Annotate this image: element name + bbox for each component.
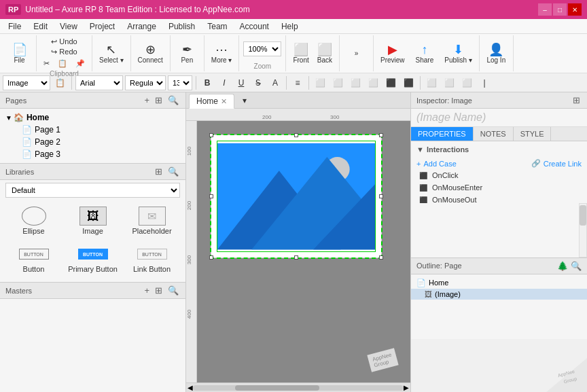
file-button[interactable]: 📄 File <box>10 42 30 65</box>
lib-item-placeholder[interactable]: ✉ Placeholder <box>124 203 180 238</box>
list-button[interactable]: ≡ <box>290 75 305 90</box>
pages-search-button[interactable]: 🔍 <box>166 95 180 105</box>
outline-item-home[interactable]: 📄 Home <box>411 277 587 289</box>
zoom-select[interactable]: 100% 50% 200% <box>243 41 281 56</box>
lib-item-ellipse[interactable]: Ellipse <box>5 203 62 238</box>
align-center-button[interactable]: ⬜ <box>330 75 346 90</box>
event-onmouseout[interactable]: ⬛ OnMouseOut <box>416 194 582 203</box>
libraries-menu-button[interactable]: ⊞ <box>154 166 164 177</box>
pages-add-button[interactable]: + <box>143 95 151 105</box>
menu-arrange[interactable]: Arrange <box>122 20 162 33</box>
connect-icon: ⊕ <box>145 43 156 56</box>
tab-close-icon[interactable]: ✕ <box>221 97 227 106</box>
inspector-scrollbar[interactable] <box>579 203 587 257</box>
cut-button[interactable]: ✂ <box>41 58 52 69</box>
menu-publish[interactable]: Publish <box>163 20 200 33</box>
masters-menu-button[interactable]: ⊞ <box>154 285 164 296</box>
image-name-placeholder[interactable]: (Image Name) <box>411 109 587 127</box>
font-family-select[interactable]: Arial <box>75 75 123 90</box>
outline-image-icon: 🖼 <box>425 290 432 298</box>
minimize-button[interactable]: – <box>538 3 552 16</box>
menu-edit[interactable]: Edit <box>28 20 53 33</box>
tab-home[interactable]: Home ✕ <box>189 94 234 109</box>
hscroll-left[interactable]: ◀ <box>188 384 193 391</box>
preview-button[interactable]: ▶ Preview <box>378 42 408 65</box>
tab-scroll-button[interactable]: ▾ <box>237 93 252 108</box>
tab-style[interactable]: STYLE <box>514 127 552 141</box>
masters-add-button[interactable]: + <box>143 285 151 296</box>
outline-item-image[interactable]: 🖼 (Image) <box>411 289 587 300</box>
align-left-button[interactable]: ⬜ <box>313 75 328 90</box>
ribbon-group-publish: ▶ Preview ↑ Share ⬇ Publish ▾ <box>374 35 480 71</box>
maximize-button[interactable]: □ <box>553 3 567 16</box>
close-button[interactable]: ✕ <box>568 3 582 16</box>
more2-button[interactable]: » <box>352 48 361 58</box>
hscroll-right[interactable]: ▶ <box>404 384 409 391</box>
lib-item-image[interactable]: Image <box>65 203 121 238</box>
masters-title: Masters <box>5 287 32 295</box>
add-case-link[interactable]: Add Case <box>423 160 456 168</box>
menu-view[interactable]: View <box>54 20 83 33</box>
type-dropdown[interactable]: Image <box>3 75 50 90</box>
page-3[interactable]: 📄 Page 3 <box>0 148 185 160</box>
canvas-hscroll[interactable]: ◀ ▶ <box>186 382 410 392</box>
libraries-dropdown[interactable]: Default <box>5 183 180 198</box>
paste-button[interactable]: 📌 <box>73 58 88 69</box>
back-button[interactable]: ⬜ Back <box>315 42 335 65</box>
fill-button[interactable]: ⬜ <box>424 75 440 90</box>
login-button[interactable]: 👤 Log In <box>484 42 508 65</box>
lib-item-primary-button[interactable]: BUTTON Primary Button <box>65 241 121 277</box>
interactions-section[interactable]: ▼ Interactions <box>416 145 582 154</box>
lib-item-link-button[interactable]: BUTTON Link Button <box>124 241 180 277</box>
border-button[interactable]: ⬜ <box>442 75 457 90</box>
masters-search-button[interactable]: 🔍 <box>166 285 180 296</box>
canvas-scroll[interactable]: AppNee Group <box>197 121 410 382</box>
tab-notes[interactable]: NOTES <box>474 127 514 141</box>
lib-item-button[interactable]: BUTTON Button <box>5 241 62 277</box>
more-button[interactable]: ⋯ More ▾ <box>209 42 235 65</box>
shadow-button[interactable]: ⬜ <box>459 75 475 90</box>
align-top-button[interactable]: ⬛ <box>383 75 399 90</box>
italic-button[interactable]: I <box>217 75 232 90</box>
create-link-link[interactable]: Create Link <box>544 160 582 168</box>
pen-button[interactable]: ✒ Pen <box>178 42 196 65</box>
underline-button[interactable]: U <box>234 75 249 90</box>
align-bottom-button[interactable]: ⬛ <box>401 75 416 90</box>
font-size-select[interactable]: 13 <box>168 75 192 90</box>
event-onclick[interactable]: ⬛ OnClick <box>416 169 582 181</box>
font-color-button[interactable]: A <box>268 75 283 90</box>
image-widget[interactable] <box>217 141 376 252</box>
menu-file[interactable]: File <box>3 20 26 33</box>
align-right-button[interactable]: ⬜ <box>348 75 363 90</box>
event-onmouseenter[interactable]: ⬛ OnMouseEnter <box>416 181 582 194</box>
share-button[interactable]: ↑ Share <box>413 42 437 65</box>
inspector-menu-button[interactable]: ⊞ <box>571 95 582 105</box>
hscroll-thumb[interactable] <box>235 385 319 391</box>
menu-team[interactable]: Team <box>202 20 232 33</box>
more-fmt-button[interactable]: | <box>477 75 492 90</box>
front-button[interactable]: ⬜ Front <box>290 42 311 65</box>
copy-button[interactable]: 📋 <box>55 58 70 69</box>
page-1[interactable]: 📄 Page 1 <box>0 124 185 136</box>
menu-help[interactable]: Help <box>276 20 304 33</box>
redo-button[interactable]: ↪ Redo <box>48 47 79 57</box>
canvas-inner[interactable] <box>211 135 381 257</box>
pages-menu-button[interactable]: ⊞ <box>154 95 164 105</box>
page-2[interactable]: 📄 Page 2 <box>0 136 185 148</box>
publish-button[interactable]: ⬇ Publish ▾ <box>442 42 475 65</box>
outline-tree-button[interactable]: 🌲 <box>557 261 568 271</box>
outline-search-button[interactable]: 🔍 <box>571 261 582 271</box>
bold-button[interactable]: B <box>200 75 215 90</box>
align-justify-button[interactable]: ⬜ <box>366 75 381 90</box>
font-style-select[interactable]: Regular <box>125 75 166 90</box>
page-home[interactable]: ▼ 🏠 Home <box>0 111 185 124</box>
tab-properties[interactable]: PROPERTIES <box>411 127 474 141</box>
style-options-button[interactable]: 📋 <box>52 75 68 90</box>
libraries-search-button[interactable]: 🔍 <box>166 166 180 177</box>
strikethrough-button[interactable]: S̶ <box>251 75 266 90</box>
menu-project[interactable]: Project <box>84 20 120 33</box>
undo-button[interactable]: ↩ Undo <box>48 37 79 47</box>
connect-button[interactable]: ⊕ Connect <box>135 42 166 65</box>
menu-account[interactable]: Account <box>234 20 274 33</box>
select-button[interactable]: ↖ Select ▾ <box>96 42 126 65</box>
